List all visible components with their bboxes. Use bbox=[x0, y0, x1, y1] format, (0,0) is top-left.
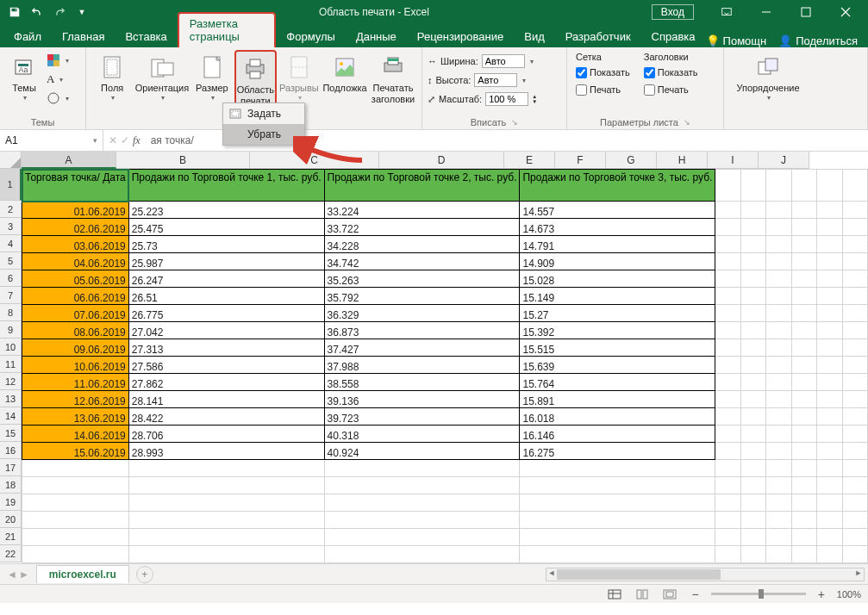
cell[interactable] bbox=[817, 270, 842, 288]
cell[interactable] bbox=[715, 236, 740, 253]
cell[interactable] bbox=[766, 477, 791, 494]
cell[interactable] bbox=[766, 460, 791, 477]
row-header[interactable]: 15 bbox=[0, 425, 22, 442]
cell[interactable] bbox=[715, 391, 740, 408]
cell[interactable] bbox=[817, 339, 842, 357]
cell[interactable] bbox=[791, 477, 816, 494]
cell[interactable] bbox=[766, 529, 791, 546]
dialog-launcher-icon[interactable]: ↘ bbox=[511, 118, 518, 127]
cell[interactable] bbox=[766, 305, 791, 322]
zoom-out-button[interactable]: − bbox=[688, 587, 702, 601]
column-header[interactable]: B bbox=[116, 152, 250, 169]
cell[interactable] bbox=[715, 443, 740, 460]
zoom-slider[interactable] bbox=[711, 593, 806, 595]
cell[interactable] bbox=[791, 443, 816, 460]
cell[interactable] bbox=[715, 529, 740, 546]
horizontal-scrollbar[interactable]: ◄► bbox=[546, 568, 865, 581]
cell[interactable] bbox=[22, 546, 129, 563]
column-header[interactable]: C bbox=[250, 152, 379, 169]
cell[interactable] bbox=[766, 426, 791, 443]
ribbon-options-icon[interactable] bbox=[708, 0, 746, 24]
column-header[interactable]: E bbox=[504, 152, 555, 169]
cell[interactable] bbox=[740, 288, 765, 305]
cell[interactable]: 36.873 bbox=[324, 322, 520, 339]
cell[interactable] bbox=[817, 357, 842, 374]
cell[interactable] bbox=[715, 494, 740, 512]
cell[interactable] bbox=[520, 546, 715, 563]
cell[interactable] bbox=[324, 529, 520, 546]
save-icon[interactable] bbox=[5, 3, 24, 22]
height-input[interactable] bbox=[474, 73, 517, 87]
cell[interactable] bbox=[740, 322, 765, 339]
cell[interactable]: 15.891 bbox=[520, 391, 715, 408]
cell[interactable] bbox=[520, 477, 715, 494]
cell[interactable]: 16.018 bbox=[520, 408, 715, 426]
cell[interactable] bbox=[842, 236, 867, 253]
cell[interactable] bbox=[740, 219, 765, 236]
cell[interactable] bbox=[740, 426, 765, 443]
cell[interactable]: 12.06.2019 bbox=[22, 391, 129, 408]
cell[interactable]: 15.149 bbox=[520, 288, 715, 305]
cell[interactable]: Продажи по Торговой точке 2, тыс. руб. bbox=[324, 170, 520, 202]
row-header[interactable]: 8 bbox=[0, 304, 22, 321]
cell[interactable] bbox=[766, 443, 791, 460]
cell[interactable]: 25.475 bbox=[128, 219, 324, 236]
cell[interactable]: 14.557 bbox=[520, 202, 715, 219]
dialog-launcher-icon[interactable]: ↘ bbox=[684, 118, 690, 127]
cell[interactable] bbox=[842, 460, 867, 477]
cell[interactable] bbox=[740, 374, 765, 391]
cell[interactable] bbox=[817, 426, 842, 443]
tab-formulas[interactable]: Формулы bbox=[276, 27, 346, 47]
cell[interactable] bbox=[740, 253, 765, 270]
sheet-tab[interactable]: microexcel.ru bbox=[36, 565, 129, 583]
cell[interactable] bbox=[715, 426, 740, 443]
cell[interactable]: 28.993 bbox=[128, 443, 324, 460]
cancel-formula-icon[interactable]: ✕ bbox=[109, 134, 117, 147]
select-all-corner[interactable] bbox=[0, 152, 22, 169]
orientation-button[interactable]: Ориентация▾ bbox=[134, 50, 189, 102]
set-print-area-item[interactable]: Задать bbox=[223, 103, 304, 124]
cell[interactable] bbox=[842, 202, 867, 219]
cell[interactable] bbox=[766, 546, 791, 563]
name-box[interactable]: A1▾ bbox=[0, 130, 103, 151]
cell[interactable] bbox=[740, 443, 765, 460]
margins-button[interactable]: Поля▾ bbox=[91, 50, 133, 102]
fonts-button[interactable]: A▾ bbox=[45, 71, 71, 88]
page-break-view-icon[interactable] bbox=[660, 587, 679, 601]
cell[interactable]: 28.422 bbox=[128, 408, 324, 426]
tab-file[interactable]: Файл bbox=[3, 27, 52, 47]
cell[interactable]: 05.06.2019 bbox=[22, 270, 129, 288]
cell[interactable]: 40.924 bbox=[324, 443, 520, 460]
cell[interactable] bbox=[740, 477, 765, 494]
column-header[interactable]: G bbox=[606, 152, 657, 169]
cell[interactable]: 15.06.2019 bbox=[22, 443, 129, 460]
cell[interactable] bbox=[715, 288, 740, 305]
zoom-level[interactable]: 100% bbox=[837, 589, 861, 599]
share-button[interactable]: 👤 Поделиться bbox=[778, 34, 858, 47]
cell[interactable] bbox=[715, 460, 740, 477]
row-header[interactable]: 13 bbox=[0, 390, 22, 407]
row-header[interactable]: 12 bbox=[0, 373, 22, 390]
cell[interactable] bbox=[791, 270, 816, 288]
cell[interactable] bbox=[715, 374, 740, 391]
cell[interactable]: 09.06.2019 bbox=[22, 339, 129, 357]
row-header[interactable]: 4 bbox=[0, 235, 22, 252]
cell[interactable] bbox=[842, 391, 867, 408]
cell[interactable] bbox=[791, 288, 816, 305]
cell[interactable] bbox=[740, 512, 765, 529]
tab-home[interactable]: Главная bbox=[52, 27, 115, 47]
cell[interactable] bbox=[817, 443, 842, 460]
cell[interactable] bbox=[842, 305, 867, 322]
cell[interactable] bbox=[817, 253, 842, 270]
cell[interactable] bbox=[324, 460, 520, 477]
cell[interactable] bbox=[766, 357, 791, 374]
cell[interactable] bbox=[324, 512, 520, 529]
cell[interactable] bbox=[791, 219, 816, 236]
cell[interactable] bbox=[842, 477, 867, 494]
cell[interactable] bbox=[740, 494, 765, 512]
cell[interactable] bbox=[842, 408, 867, 426]
cell[interactable] bbox=[791, 339, 816, 357]
cell[interactable] bbox=[817, 460, 842, 477]
cell[interactable] bbox=[842, 443, 867, 460]
row-header[interactable]: 14 bbox=[0, 407, 22, 425]
